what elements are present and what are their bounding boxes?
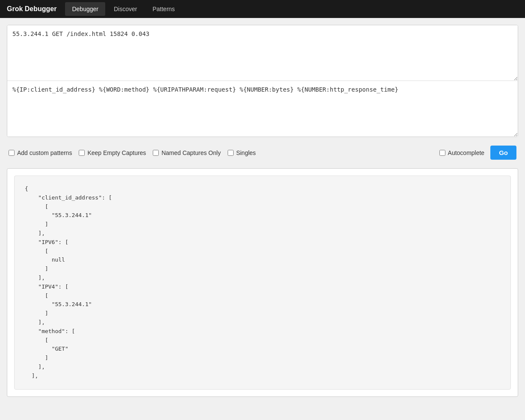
named-captures-only-label: Named Captures Only xyxy=(161,149,221,156)
output-panel: { "client_id_address": [ [ "55.3.244.1" … xyxy=(7,168,518,397)
nav-item-patterns[interactable]: Patterns xyxy=(145,2,181,16)
keep-empty-captures-option[interactable]: Keep Empty Captures xyxy=(79,149,146,156)
sample-textarea-wrapper: 55.3.244.1 GET /index.html 15824 0.043 xyxy=(7,25,518,81)
navbar-brand: Grok Debugger xyxy=(7,5,56,13)
go-button[interactable]: Go xyxy=(490,146,516,160)
add-custom-patterns-checkbox[interactable] xyxy=(9,150,15,156)
sample-input[interactable]: 55.3.244.1 GET /index.html 15824 0.043 xyxy=(7,25,518,81)
input-panel: 55.3.244.1 GET /index.html 15824 0.043 %… xyxy=(7,25,518,137)
singles-label: Singles xyxy=(236,149,256,156)
options-bar: Add custom patterns Keep Empty Captures … xyxy=(7,142,518,163)
keep-empty-captures-checkbox[interactable] xyxy=(79,150,85,156)
nav-item-discover[interactable]: Discover xyxy=(107,2,144,16)
named-captures-only-checkbox[interactable] xyxy=(153,150,159,156)
navbar: Grok Debugger Debugger Discover Patterns xyxy=(0,0,525,18)
main-content: 55.3.244.1 GET /index.html 15824 0.043 %… xyxy=(0,18,525,420)
output-content: { "client_id_address": [ [ "55.3.244.1" … xyxy=(25,185,500,381)
pattern-textarea-wrapper: %{IP:client_id_address} %{WORD:method} %… xyxy=(7,81,518,137)
autocomplete-label: Autocomplete xyxy=(448,149,485,156)
nav-item-debugger[interactable]: Debugger xyxy=(65,2,105,16)
add-custom-patterns-label: Add custom patterns xyxy=(17,149,72,156)
singles-option[interactable]: Singles xyxy=(228,149,256,156)
autocomplete-checkbox[interactable] xyxy=(439,150,445,156)
named-captures-only-option[interactable]: Named Captures Only xyxy=(153,149,221,156)
output-inner: { "client_id_address": [ [ "55.3.244.1" … xyxy=(14,176,511,390)
singles-checkbox[interactable] xyxy=(228,150,234,156)
autocomplete-option[interactable]: Autocomplete xyxy=(439,149,485,156)
pattern-input[interactable]: %{IP:client_id_address} %{WORD:method} %… xyxy=(7,81,518,137)
add-custom-patterns-option[interactable]: Add custom patterns xyxy=(9,149,72,156)
keep-empty-captures-label: Keep Empty Captures xyxy=(87,149,146,156)
autocomplete-section: Autocomplete Go xyxy=(439,146,516,160)
